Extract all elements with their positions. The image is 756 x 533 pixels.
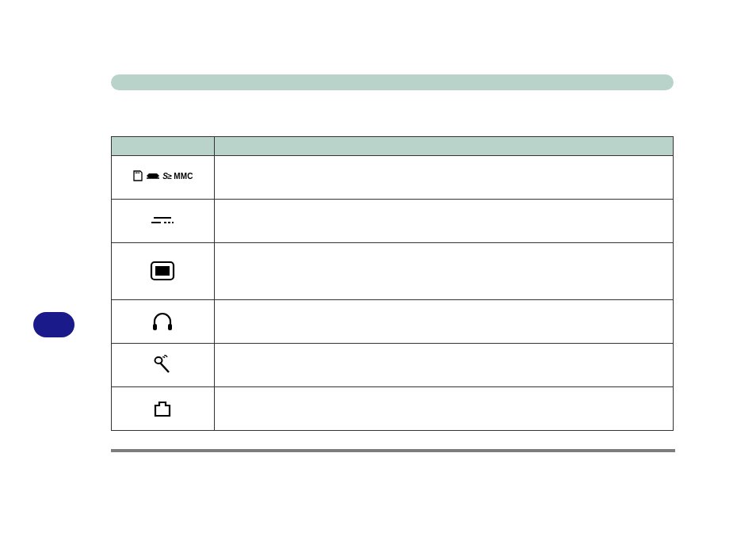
desc-cell bbox=[214, 387, 673, 431]
svg-line-12 bbox=[160, 363, 169, 372]
microphone-icon bbox=[151, 354, 174, 376]
memory-stick-icon bbox=[146, 171, 160, 181]
side-pill bbox=[33, 312, 74, 337]
section-bar bbox=[111, 74, 674, 90]
sd-text-icon: S≥ bbox=[162, 172, 171, 181]
desc-cell bbox=[214, 200, 673, 243]
desc-cell bbox=[214, 300, 673, 344]
headphones-icon bbox=[151, 311, 174, 332]
svg-rect-0 bbox=[136, 173, 136, 174]
header-desc bbox=[214, 137, 673, 156]
header-icon bbox=[112, 137, 215, 156]
table-row bbox=[112, 344, 674, 387]
icon-cell bbox=[112, 200, 215, 243]
svg-rect-8 bbox=[155, 266, 170, 276]
mmc-text-icon: MMC bbox=[174, 172, 193, 181]
table-row: S≥ MMC bbox=[112, 156, 674, 200]
icon-cell bbox=[112, 243, 215, 300]
svg-rect-1 bbox=[136, 173, 137, 174]
svg-rect-10 bbox=[168, 324, 172, 330]
icon-cell bbox=[112, 387, 215, 431]
desc-cell bbox=[214, 156, 673, 200]
desc-cell bbox=[214, 243, 673, 300]
card-slot-icons: S≥ MMC bbox=[132, 170, 193, 181]
table-row bbox=[112, 243, 674, 300]
table-header-row bbox=[112, 137, 674, 156]
svg-rect-9 bbox=[153, 324, 157, 330]
svg-rect-2 bbox=[138, 173, 139, 174]
table-row bbox=[112, 387, 674, 431]
icon-cell bbox=[112, 344, 215, 387]
icon-cell bbox=[112, 300, 215, 344]
left-side-icon-table: S≥ MMC bbox=[111, 136, 674, 431]
ieee1394-icon bbox=[149, 213, 176, 229]
footer-rule bbox=[111, 449, 675, 452]
xd-card-icon bbox=[132, 170, 143, 181]
icon-cell: S≥ MMC bbox=[112, 156, 215, 200]
table-row bbox=[112, 200, 674, 243]
svg-rect-3 bbox=[139, 173, 139, 174]
table-row bbox=[112, 300, 674, 344]
desc-cell bbox=[214, 344, 673, 387]
crt-monitor-icon bbox=[148, 260, 177, 284]
modem-icon bbox=[152, 399, 173, 418]
